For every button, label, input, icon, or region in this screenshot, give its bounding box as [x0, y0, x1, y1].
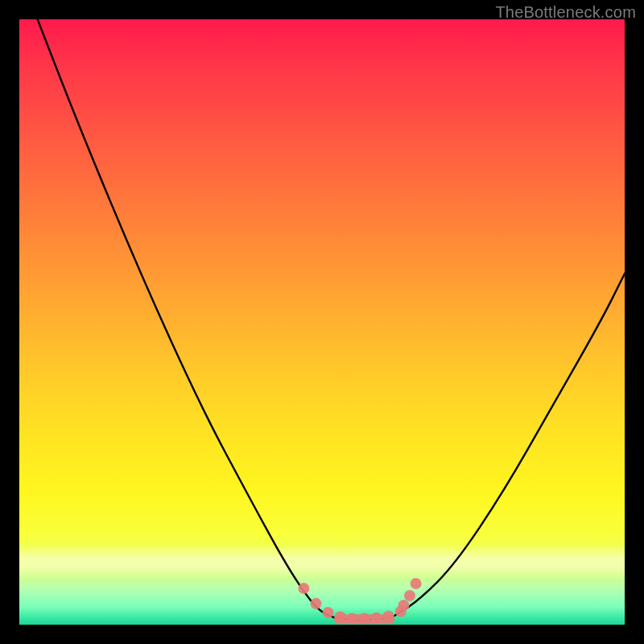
- plot-area: [19, 19, 625, 625]
- highlight-dot: [298, 583, 309, 594]
- highlight-dot: [398, 600, 410, 611]
- highlight-dot: [323, 607, 334, 618]
- bottleneck-curve: [19, 19, 625, 625]
- watermark-text: TheBottleneck.com: [495, 3, 636, 22]
- highlight-dot: [411, 578, 422, 589]
- chart-frame: TheBottleneck.com: [0, 0, 644, 644]
- highlight-bar: [334, 614, 394, 624]
- highlight-dot: [311, 598, 322, 609]
- highlight-dot: [404, 590, 415, 601]
- curve-path: [38, 19, 625, 620]
